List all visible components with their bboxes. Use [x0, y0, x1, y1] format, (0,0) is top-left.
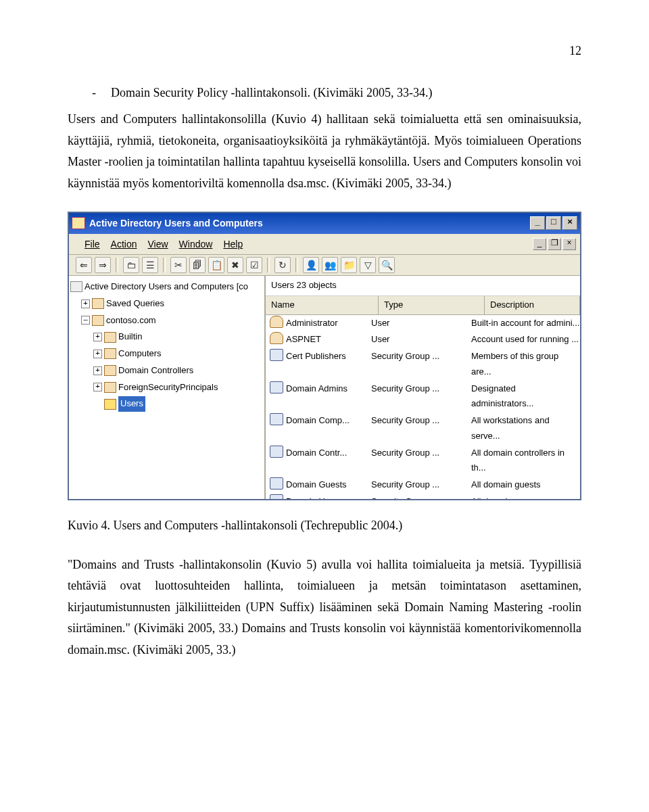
tree-saved-queries[interactable]: + Saved Queries — [70, 295, 263, 312]
bullet-item: - Domain Security Policy -hallintakonsol… — [68, 82, 581, 104]
cell-type: User — [371, 316, 471, 331]
filter-button[interactable]: ▽ — [360, 257, 376, 273]
header-name[interactable]: Name — [266, 296, 379, 314]
paragraph-2: "Domains and Trusts -hallintakonsolin (K… — [68, 554, 581, 661]
tree-root[interactable]: Active Directory Users and Computers [co — [70, 279, 263, 295]
cell-description: Built-in account for admini... — [471, 316, 580, 331]
new-user-button[interactable]: 👤 — [303, 257, 319, 273]
group-icon — [270, 494, 283, 499]
expand-icon[interactable]: + — [93, 333, 102, 341]
delete-button[interactable]: ✖ — [227, 257, 243, 273]
close-button[interactable]: × — [562, 216, 577, 230]
cell-description: Members of this group are... — [471, 349, 580, 380]
header-type[interactable]: Type — [379, 296, 485, 314]
bullet-dash: - — [92, 82, 96, 104]
copy-button[interactable]: 🗐 — [189, 257, 206, 273]
group-icon — [270, 446, 283, 458]
back-button[interactable]: ⇐ — [76, 257, 92, 273]
folder-icon — [104, 332, 116, 343]
list-item[interactable]: Domain Contr...Security Group ...All dom… — [266, 445, 580, 477]
menu-file[interactable]: File — [80, 235, 105, 254]
folder-open-icon — [104, 399, 116, 410]
list-body[interactable]: AdministratorUserBuilt-in account for ad… — [266, 315, 580, 500]
toolbar: ⇐ ⇒ 🗀 ☰ ✂ 🗐 📋 ✖ ☑ ↻ 👤 👥 📁 ▽ 🔍 — [69, 255, 580, 276]
props-button[interactable]: ☑ — [246, 257, 262, 273]
tree-pane[interactable]: Active Directory Users and Computers [co… — [69, 276, 266, 499]
group-icon — [270, 477, 283, 489]
tree-fsp[interactable]: + ForeignSecurityPrincipals — [70, 379, 263, 396]
minimize-button[interactable]: _ — [530, 216, 545, 230]
list-item[interactable]: Cert PublishersSecurity Group ...Members… — [266, 348, 580, 381]
toolbar-separator — [295, 258, 298, 272]
up-button[interactable]: 🗀 — [123, 257, 139, 273]
new-group-button[interactable]: 👥 — [322, 257, 338, 273]
list-pane[interactable]: Users 23 objects Name Type Description A… — [266, 276, 580, 499]
tree-users[interactable]: Users — [70, 396, 263, 412]
cell-name: ASPNET — [286, 332, 371, 348]
user-icon — [270, 316, 283, 328]
paste-button[interactable]: 📋 — [208, 257, 224, 273]
toolbar-separator — [116, 258, 118, 272]
tree-domain-controllers[interactable]: + Domain Controllers — [70, 362, 263, 379]
cell-type: Security Group ... — [371, 477, 471, 493]
list-header[interactable]: Name Type Description — [266, 296, 580, 315]
refresh-button[interactable]: ↻ — [274, 257, 291, 273]
maximize-button[interactable]: □ — [546, 216, 561, 230]
tree-computers[interactable]: + Computers — [70, 345, 263, 362]
header-description[interactable]: Description — [485, 296, 580, 314]
mdi-minimize-button[interactable]: _ — [533, 238, 546, 250]
tree-label: contoso.com — [106, 313, 156, 329]
cell-description: All domain controllers in th... — [471, 446, 580, 477]
expand-icon[interactable]: + — [81, 300, 90, 308]
toolbar-separator — [267, 258, 270, 272]
tree-builtin[interactable]: + Builtin — [70, 329, 263, 345]
properties-button[interactable]: ☰ — [142, 257, 158, 273]
expand-icon[interactable]: + — [93, 366, 102, 375]
domain-icon — [92, 315, 104, 326]
expand-icon[interactable]: + — [93, 350, 102, 358]
cut-button[interactable]: ✂ — [170, 257, 187, 273]
tree-domain[interactable]: – contoso.com — [70, 312, 263, 329]
tree-label: Domain Controllers — [118, 363, 193, 379]
tree-label: Saved Queries — [106, 296, 164, 312]
figure-caption: Kuvio 4. Users and Computers -hallintako… — [68, 515, 581, 537]
group-icon — [270, 381, 283, 393]
app-icon — [72, 217, 85, 229]
aduc-window: Active Directory Users and Computers _ □… — [68, 212, 581, 500]
list-item[interactable]: Domain GuestsSecurity Group ...All domai… — [266, 477, 580, 494]
list-item[interactable]: Domain Comp...Security Group ...All work… — [266, 412, 580, 445]
cell-type: Security Group ... — [371, 381, 471, 412]
cell-type: User — [371, 332, 471, 348]
cell-type: Security Group ... — [371, 349, 471, 380]
mdi-close-button[interactable]: × — [562, 238, 576, 250]
cell-description: All domain users — [471, 494, 580, 499]
paragraph-1: Users and Computers hallintakonsolilla (… — [68, 109, 581, 194]
bullet-text: Domain Security Policy -hallintakonsoli.… — [111, 82, 432, 104]
list-item[interactable]: Domain UsersSecurity Group ...All domain… — [266, 494, 580, 499]
cell-description: Designated administrators... — [471, 381, 580, 412]
menu-view[interactable]: View — [143, 235, 172, 254]
tree-root-label: Active Directory Users and Computers [co — [85, 279, 248, 295]
group-icon — [270, 413, 283, 425]
list-item[interactable]: ASPNETUserAccount used for running ... — [266, 331, 580, 348]
menu-bar: File Action View Window Help _ ❐ × — [69, 234, 580, 256]
titlebar[interactable]: Active Directory Users and Computers _ □… — [69, 213, 580, 234]
tree-label: Computers — [118, 346, 162, 362]
list-item[interactable]: AdministratorUserBuilt-in account for ad… — [266, 315, 580, 332]
mdi-restore-button[interactable]: ❐ — [548, 238, 561, 250]
expand-icon[interactable]: + — [93, 383, 102, 391]
menu-help[interactable]: Help — [218, 235, 247, 254]
new-ou-button[interactable]: 📁 — [341, 257, 357, 273]
cell-description: All domain guests — [471, 477, 580, 493]
cell-name: Administrator — [286, 316, 371, 331]
folder-icon — [92, 298, 104, 309]
find-button[interactable]: 🔍 — [379, 257, 395, 273]
tree-label: ForeignSecurityPrincipals — [118, 380, 218, 396]
tree-label-selected: Users — [118, 396, 145, 412]
menu-window[interactable]: Window — [174, 235, 218, 254]
list-item[interactable]: Domain AdminsSecurity Group ...Designate… — [266, 381, 580, 413]
cell-type: Security Group ... — [371, 494, 471, 499]
forward-button[interactable]: ⇒ — [95, 257, 111, 273]
menu-action[interactable]: Action — [106, 235, 142, 254]
collapse-icon[interactable]: – — [81, 316, 90, 325]
